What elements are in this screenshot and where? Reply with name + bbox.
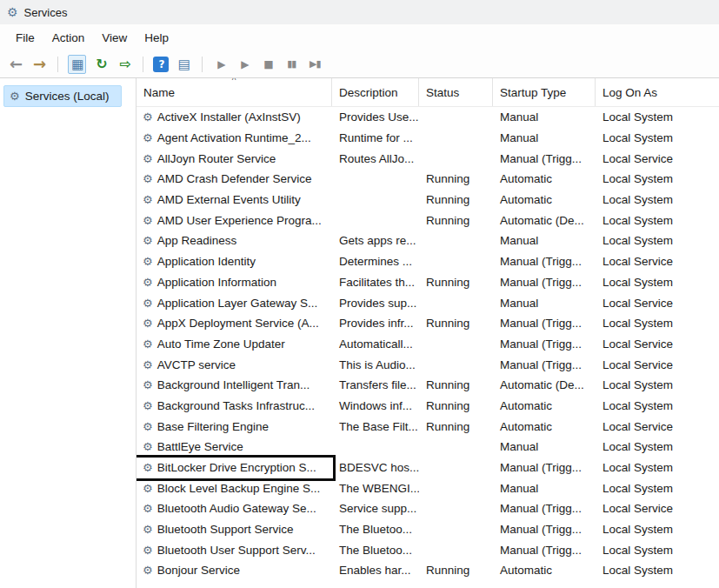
help-icon[interactable]: ?	[153, 57, 169, 72]
service-startup-type: Manual	[493, 482, 596, 495]
service-rows: ⚙ActiveX Installer (AxInstSV)Provides Us…	[136, 107, 719, 581]
column-header-startup-type-label: Startup Type	[500, 86, 566, 99]
service-startup-type: Automatic	[493, 399, 596, 412]
service-description: Transfers file...	[332, 378, 419, 391]
service-log-on-as: Local Service	[596, 297, 719, 310]
service-row[interactable]: ⚙Application Layer Gateway S...Provides …	[136, 292, 719, 313]
table-header: ^ Name Description Status Startup Type L…	[136, 78, 719, 107]
menu-help[interactable]: Help	[136, 28, 177, 48]
resume-service-icon[interactable]: ▶	[236, 55, 253, 74]
service-row[interactable]: ⚙AMD Crash Defender ServiceRunningAutoma…	[136, 169, 719, 190]
service-name-cell: ⚙Bluetooth User Support Serv...	[136, 544, 332, 557]
service-row[interactable]: ⚙BattlEye ServiceManualLocal System	[136, 437, 719, 458]
toolbar-separator	[202, 57, 203, 72]
service-log-on-as: Local System	[596, 172, 719, 185]
service-description: The Base Filt...	[332, 420, 419, 433]
content-area: ⚙ Services (Local) ^ Name Description St…	[0, 78, 719, 588]
toolbar-separator	[143, 57, 143, 72]
services-window: ⚙ Services File Action View Help ←→▦↻⇨?▤…	[0, 0, 719, 588]
column-header-status[interactable]: Status	[419, 78, 493, 106]
sidebar-item-services-local[interactable]: ⚙ Services (Local)	[3, 85, 122, 107]
window-title: Services	[24, 6, 68, 19]
service-row[interactable]: ⚙Bluetooth Audio Gateway Se...Service su…	[136, 498, 719, 519]
service-gear-icon: ⚙	[143, 152, 153, 165]
service-description: This is Audio...	[332, 358, 419, 371]
service-description: Routes AllJo...	[332, 152, 419, 165]
service-startup-type: Manual	[493, 234, 596, 247]
service-gear-icon: ⚙	[143, 172, 153, 185]
service-log-on-as: Local System	[596, 110, 719, 124]
service-row[interactable]: ⚙Agent Activation Runtime_2...Runtime fo…	[136, 128, 719, 149]
column-header-description-label: Description	[339, 86, 398, 99]
service-row[interactable]: ⚙Bluetooth User Support Serv...The Bluet…	[136, 539, 719, 560]
menu-view[interactable]: View	[93, 28, 136, 48]
column-header-description[interactable]: Description	[332, 78, 419, 106]
service-row[interactable]: ⚙Auto Time Zone UpdaterAutomaticall...Ma…	[136, 334, 719, 355]
service-row[interactable]: ⚙Bluetooth Support ServiceThe Bluetoo...…	[136, 519, 719, 540]
service-row[interactable]: ⚙Bonjour ServiceEnables har...RunningAut…	[136, 560, 719, 581]
show-console-tree-icon[interactable]: ▦	[68, 55, 86, 74]
service-startup-type: Manual (Trigg...	[493, 358, 596, 371]
service-startup-type: Manual (Trigg...	[493, 502, 596, 515]
service-gear-icon: ⚙	[143, 564, 153, 577]
back-icon[interactable]: ←	[7, 55, 24, 74]
service-log-on-as: Local Service	[596, 502, 719, 515]
service-description: The Bluetoo...	[332, 544, 419, 557]
service-name: AMD External Events Utility	[157, 193, 301, 206]
service-gear-icon: ⚙	[143, 502, 153, 515]
service-row[interactable]: ⚙AVCTP serviceThis is Audio...Manual (Tr…	[136, 354, 719, 375]
service-startup-type: Manual	[493, 131, 596, 144]
stop-service-icon[interactable]: ■	[259, 55, 276, 74]
service-name: Block Level Backup Engine S...	[157, 482, 321, 495]
service-startup-type: Automatic (De...	[493, 378, 596, 391]
column-header-name[interactable]: ^ Name	[136, 78, 332, 106]
forward-icon[interactable]: →	[30, 55, 48, 74]
service-startup-type: Automatic (De...	[493, 214, 596, 227]
column-header-log-on-as[interactable]: Log On As	[596, 78, 719, 106]
service-name: AllJoyn Router Service	[157, 152, 276, 165]
service-row[interactable]: ⚙App ReadinessGets apps re...ManualLocal…	[136, 231, 719, 251]
service-name: Bluetooth Audio Gateway Se...	[157, 502, 316, 515]
titlebar: ⚙ Services	[0, 0, 719, 24]
service-gear-icon: ⚙	[143, 523, 153, 536]
service-row[interactable]: ⚙ActiveX Installer (AxInstSV)Provides Us…	[136, 107, 719, 128]
service-row[interactable]: ⚙AMD User Experience Progra...RunningAut…	[136, 210, 719, 231]
service-name: ActiveX Installer (AxInstSV)	[157, 110, 301, 124]
service-row[interactable]: ⚙Background Tasks Infrastruc...Windows i…	[136, 396, 719, 417]
menu-action[interactable]: Action	[43, 28, 94, 48]
service-name-cell: ⚙Base Filtering Engine	[136, 420, 332, 433]
column-header-status-label: Status	[426, 86, 459, 99]
pause-service-icon[interactable]: ▮▮	[283, 55, 300, 74]
service-name-cell: ⚙Application Information	[136, 276, 332, 289]
service-gear-icon: ⚙	[143, 255, 153, 268]
service-name-cell: ⚙App Readiness	[136, 234, 332, 247]
service-description: Provides sup...	[332, 297, 419, 310]
service-log-on-as: Local Service	[596, 152, 719, 165]
service-row[interactable]: ⚙Background Intelligent Tran...Transfers…	[136, 375, 719, 396]
service-name: Application Information	[157, 276, 276, 289]
service-row[interactable]: ⚙Base Filtering EngineThe Base Filt...Ru…	[136, 416, 719, 437]
service-row[interactable]: ⚙AppX Deployment Service (A...Provides i…	[136, 313, 719, 334]
service-row[interactable]: ⚙Block Level Backup Engine S...The WBENG…	[136, 478, 719, 498]
refresh-icon[interactable]: ↻	[92, 55, 110, 74]
service-row[interactable]: ⚙BitLocker Drive Encryption S...BDESVC h…	[136, 458, 719, 478]
service-row[interactable]: ⚙Application IdentityDetermines ...Manua…	[136, 251, 719, 272]
service-name: AMD Crash Defender Service	[157, 172, 312, 185]
service-log-on-as: Local System	[596, 276, 719, 289]
service-description: Automaticall...	[332, 337, 419, 351]
service-description: Windows inf...	[332, 399, 419, 412]
service-row[interactable]: ⚙Application InformationFacilitates th..…	[136, 272, 719, 293]
service-row[interactable]: ⚙AMD External Events UtilityRunningAutom…	[136, 190, 719, 210]
service-status: Running	[419, 399, 493, 412]
column-header-startup-type[interactable]: Startup Type	[493, 78, 596, 106]
restart-service-icon[interactable]: ▶▮	[306, 55, 323, 74]
service-gear-icon: ⚙	[143, 110, 153, 124]
service-row[interactable]: ⚙AllJoyn Router ServiceRoutes AllJo...Ma…	[136, 148, 719, 169]
start-service-icon[interactable]: ▶	[212, 55, 230, 74]
service-name-cell: ⚙AppX Deployment Service (A...	[136, 317, 332, 330]
export-list-icon[interactable]: ⇨	[116, 55, 133, 74]
properties-icon[interactable]: ▤	[175, 55, 192, 74]
service-gear-icon: ⚙	[143, 193, 153, 206]
menu-file[interactable]: File	[7, 28, 43, 48]
menubar: File Action View Help	[0, 24, 719, 50]
